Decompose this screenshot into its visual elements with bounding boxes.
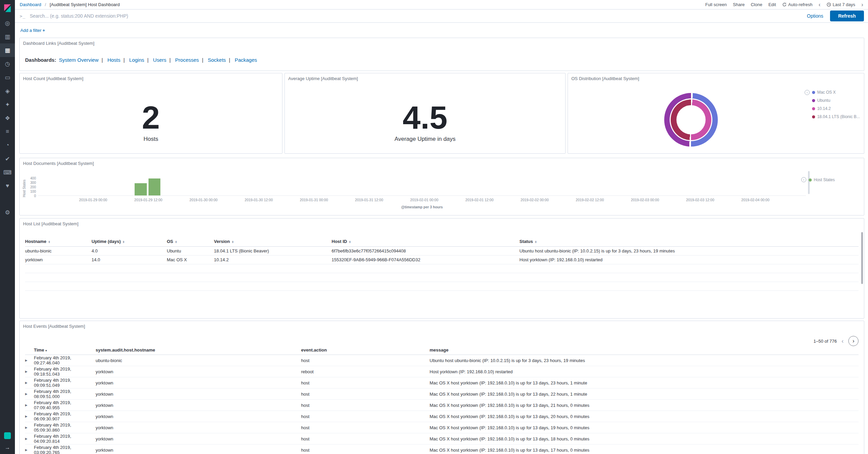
table-row: ▶ February 4th 2019, 08:09:51.000 yorkto…: [25, 389, 859, 400]
time-back-button[interactable]: ‹: [818, 2, 821, 7]
host-documents-bars[interactable]: [38, 178, 806, 196]
row-expand-button[interactable]: ▶: [25, 403, 34, 407]
column-header-status[interactable]: Status▲▼: [519, 239, 859, 244]
query-options-link[interactable]: Options: [807, 13, 823, 19]
column-header-host-id[interactable]: Host ID▲▼: [332, 239, 519, 244]
search-input[interactable]: [30, 13, 804, 19]
column-header-version[interactable]: Version▲▼: [214, 239, 332, 244]
row-expand-button[interactable]: ▶: [25, 448, 34, 452]
column-header-hostname[interactable]: Hostname▲▼: [25, 239, 92, 244]
panel-dashboard-links: Dashboard Links [Auditbeat System] Dashb…: [19, 38, 864, 71]
table-row: ▶ February 4th 2019, 04:09:20.814 yorkto…: [25, 433, 859, 444]
legend-toggle-icon[interactable]: ‹: [801, 177, 806, 182]
share-button[interactable]: Share: [733, 2, 745, 7]
dashboard-link-users[interactable]: Users: [153, 57, 166, 63]
nav-dashboard[interactable]: ▦: [0, 43, 15, 57]
host-count-label: Hosts: [20, 136, 282, 143]
column-header-message[interactable]: message: [430, 347, 859, 353]
sort-icon: ▲▼: [232, 241, 234, 243]
table-row: ▶ February 4th 2019, 09:18:51.043 yorkto…: [25, 366, 859, 377]
canvas-icon: ▭: [5, 74, 10, 81]
panel-title: Host Documents [Auditbeat System]: [20, 158, 864, 166]
column-header-os[interactable]: OS▲▼: [167, 239, 214, 244]
nav-maps[interactable]: ◈: [0, 84, 15, 98]
dashboard-link-processes[interactable]: Processes: [175, 57, 199, 63]
time-forward-button[interactable]: ›: [861, 2, 863, 7]
x-axis-title: @timestamp per 3 hours: [38, 205, 806, 209]
chart-bar[interactable]: [135, 183, 147, 195]
nav-dev-tools[interactable]: ⌨: [0, 166, 15, 179]
nav-canvas[interactable]: ▭: [0, 71, 15, 84]
panel-title: Average Uptime [Auditbeat System]: [285, 73, 565, 81]
legend-item-host-states[interactable]: Host States: [809, 176, 835, 184]
column-header-event-action[interactable]: event.action: [301, 347, 430, 353]
kibana-logo[interactable]: [0, 0, 15, 16]
nav-logs[interactable]: ≡: [0, 125, 15, 138]
dashboard-link-logins[interactable]: Logins: [129, 57, 144, 63]
legend-item-18-04-1[interactable]: 18.04.1 LTS (Bionic B...: [812, 113, 860, 121]
nav-infrastructure[interactable]: ❖: [0, 111, 15, 125]
legend-dot: [809, 178, 812, 182]
sort-icon: ▲▼: [535, 241, 537, 243]
time-picker-button[interactable]: Last 7 days: [827, 2, 855, 7]
dashboard-link-sockets[interactable]: Sockets: [208, 57, 226, 63]
full-screen-button[interactable]: Full screen: [705, 2, 727, 7]
add-filter-link[interactable]: Add a filter+: [20, 28, 45, 33]
panel-title: OS Distribution [Auditbeat System]: [568, 73, 864, 81]
nav-apm[interactable]: ◔: [0, 138, 15, 152]
table-row-empty: [25, 282, 859, 291]
row-expand-button[interactable]: ▶: [25, 359, 34, 362]
previous-page-button[interactable]: ‹: [842, 338, 844, 345]
nav-collapse-button[interactable]: →: [5, 444, 10, 451]
column-header-hostname[interactable]: system.audit.host.hostname: [96, 347, 301, 353]
dashboard-link-packages[interactable]: Packages: [235, 57, 257, 63]
nav-timelion[interactable]: ◷: [0, 57, 15, 71]
chart-bar[interactable]: [149, 178, 161, 195]
host-list-scrollbar[interactable]: [861, 232, 863, 284]
row-expand-button[interactable]: ▶: [25, 415, 34, 418]
dashboard-link-system-overview[interactable]: System Overview: [59, 57, 99, 63]
panel-os-distribution: OS Distribution [Auditbeat System] ‹ Mac…: [568, 73, 864, 154]
host-documents-y-ticks: 0100200300400: [20, 178, 36, 196]
clone-button[interactable]: Clone: [751, 2, 762, 7]
auto-refresh-button[interactable]: Auto-refresh: [782, 2, 813, 7]
legend-item-10-14-2[interactable]: 10.14.2: [812, 105, 860, 113]
legend-item-mac-os-x[interactable]: Mac OS X: [812, 88, 860, 96]
row-expand-button[interactable]: ▶: [25, 426, 34, 429]
gear-icon: ⚙: [5, 209, 10, 216]
refresh-button[interactable]: Refresh: [830, 11, 864, 21]
status-badge: [4, 432, 11, 439]
legend-item-ubuntu[interactable]: Ubuntu: [812, 96, 860, 105]
page-title: [Auditbeat System] Host Dashboard: [50, 2, 120, 7]
breadcrumb-dashboard-link[interactable]: Dashboard: [20, 2, 41, 7]
column-header-time[interactable]: Time▾: [34, 347, 96, 353]
nav-uptime[interactable]: ✔: [0, 152, 15, 166]
nav-visualize[interactable]: ▥: [0, 30, 15, 43]
nav-management[interactable]: ⚙: [0, 206, 15, 219]
column-header-uptime[interactable]: Uptime (days)▲▼: [92, 239, 167, 244]
legend-toggle-icon[interactable]: ‹: [805, 90, 810, 95]
row-expand-button[interactable]: ▶: [25, 381, 34, 384]
os-distribution-donut[interactable]: [664, 93, 718, 147]
next-page-button[interactable]: ›: [848, 336, 859, 346]
row-expand-button[interactable]: ▶: [25, 437, 34, 440]
dashboard-link-hosts[interactable]: Hosts: [107, 57, 120, 63]
host-events-table: Time▾ system.audit.host.hostname event.a…: [25, 345, 859, 454]
nav-monitoring[interactable]: ♥: [0, 179, 15, 193]
logs-icon: ≡: [6, 128, 9, 135]
nav-machine-learning[interactable]: ✦: [0, 98, 15, 111]
table-row: ▶ February 4th 2019, 07:09:40.955 yorkto…: [25, 400, 859, 411]
nav-discover[interactable]: ◎: [0, 16, 15, 30]
dashboard-icon: ▦: [5, 47, 10, 54]
panel-title: Host Count [Auditbeat System]: [20, 73, 282, 81]
sort-icon: ▲▼: [175, 241, 177, 243]
row-expand-button[interactable]: ▶: [25, 370, 34, 373]
refresh-icon: [782, 2, 787, 7]
row-expand-button[interactable]: ▶: [25, 392, 34, 396]
top-bar: Dashboard / [Auditbeat System] Host Dash…: [15, 0, 868, 9]
legend-dot: [812, 99, 815, 102]
dashboard-grid: Dashboard Links [Auditbeat System] Dashb…: [15, 38, 868, 454]
table-row: ▶ February 4th 2019, 09:27:46.040 ubuntu…: [25, 355, 859, 366]
edit-button[interactable]: Edit: [768, 2, 776, 7]
pagination: 1–50 of 776 ‹ ›: [813, 336, 859, 346]
